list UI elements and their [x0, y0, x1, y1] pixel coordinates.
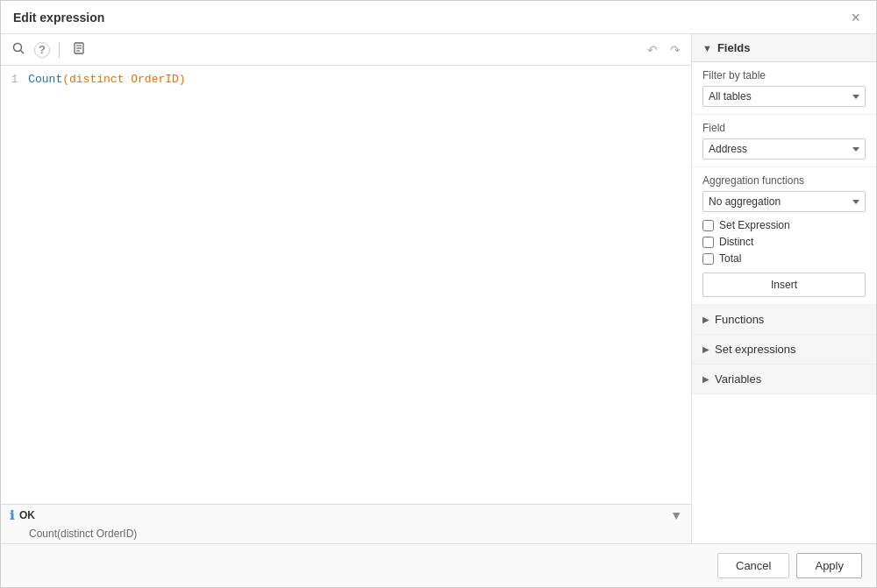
fields-panel: ▼ Fields Filter by table All tables Fiel…	[692, 34, 876, 543]
redo-button[interactable]: ↷	[667, 40, 684, 60]
dialog-body: ? ↶ ↷ 1 Count	[1, 34, 876, 543]
dialog-titlebar: Edit expression ×	[1, 1, 876, 34]
distinct-checkbox[interactable]	[702, 237, 714, 248]
total-row: Total	[702, 252, 866, 265]
functions-header[interactable]: ▶ Functions	[692, 305, 876, 334]
filter-table-label: Filter by table	[702, 69, 866, 81]
set-expressions-header[interactable]: ▶ Set expressions	[692, 335, 876, 364]
code-args: (distinct OrderID)	[62, 73, 185, 86]
info-icon: ℹ	[10, 508, 14, 522]
code-count: Count	[28, 73, 62, 86]
editor-statusbar: ℹ OK ▼ Count(distinct OrderID)	[1, 504, 691, 543]
status-ok-label: OK	[19, 509, 35, 521]
edit-expression-dialog: Edit expression × ?	[0, 0, 877, 588]
aggregation-select[interactable]: No aggregation	[702, 191, 866, 212]
aggregation-section: Aggregation functions No aggregation Set…	[692, 167, 876, 305]
cancel-button[interactable]: Cancel	[717, 553, 789, 578]
doc-icon[interactable]	[68, 39, 89, 60]
search-icon[interactable]	[8, 39, 29, 60]
code-line-1: 1 Count (distinct OrderID)	[11, 73, 681, 86]
set-expression-checkbox[interactable]	[702, 220, 714, 231]
svg-point-0	[14, 44, 22, 52]
variables-section: ▶ Variables	[692, 365, 876, 394]
set-expressions-section: ▶ Set expressions	[692, 335, 876, 365]
code-editor[interactable]: 1 Count (distinct OrderID)	[1, 66, 691, 504]
fields-header-title: Fields	[717, 41, 751, 54]
insert-button[interactable]: Insert	[702, 273, 866, 297]
help-icon[interactable]: ?	[34, 42, 50, 58]
dialog-title: Edit expression	[13, 11, 104, 25]
total-checkbox[interactable]	[702, 253, 714, 265]
fields-panel-header: ▼ Fields	[692, 34, 876, 62]
total-label[interactable]: Total	[719, 252, 741, 265]
set-expressions-arrow-icon: ▶	[702, 344, 709, 354]
editor-panel: ? ↶ ↷ 1 Count	[1, 34, 692, 543]
set-expression-row: Set Expression	[702, 219, 866, 231]
dialog-footer: Cancel Apply	[1, 543, 876, 587]
filter-by-table-section: Filter by table All tables	[692, 62, 876, 115]
variables-title: Variables	[715, 372, 761, 386]
close-button[interactable]: ×	[847, 8, 864, 27]
undo-button[interactable]: ↶	[644, 40, 661, 60]
field-select[interactable]: Address	[702, 138, 866, 159]
field-label: Field	[702, 122, 866, 134]
variables-header[interactable]: ▶ Variables	[692, 365, 876, 393]
editor-toolbar: ? ↶ ↷	[1, 34, 691, 66]
status-row: ℹ OK ▼	[10, 508, 682, 522]
set-expressions-title: Set expressions	[715, 343, 796, 356]
fields-collapse-icon[interactable]: ▼	[702, 43, 712, 53]
variables-arrow-icon: ▶	[702, 374, 709, 384]
svg-line-1	[21, 51, 25, 54]
distinct-label[interactable]: Distinct	[719, 236, 753, 248]
functions-title: Functions	[715, 313, 764, 326]
filter-table-select[interactable]: All tables	[702, 86, 866, 107]
aggregation-label: Aggregation functions	[702, 174, 866, 187]
apply-button[interactable]: Apply	[796, 553, 862, 578]
status-expand-icon[interactable]: ▼	[670, 508, 682, 522]
field-section: Field Address	[692, 115, 876, 167]
distinct-row: Distinct	[702, 236, 866, 248]
set-expression-label[interactable]: Set Expression	[719, 219, 790, 231]
line-number-1: 1	[11, 74, 18, 86]
functions-arrow-icon: ▶	[702, 315, 709, 324]
functions-section: ▶ Functions	[692, 305, 876, 335]
status-detail: Count(distinct OrderID)	[10, 528, 137, 540]
toolbar-divider	[59, 42, 60, 58]
